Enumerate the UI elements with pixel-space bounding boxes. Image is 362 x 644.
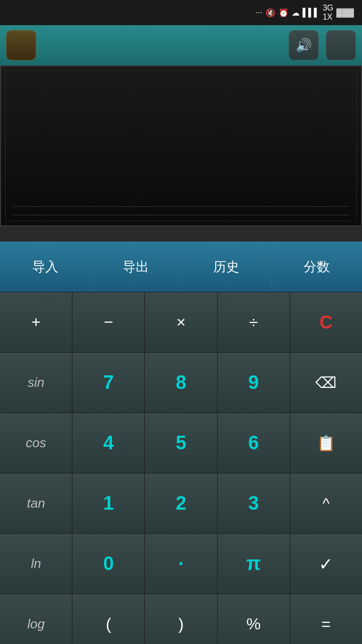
calc-row-4: ln0·π✓ xyxy=(0,533,362,594)
calc-row-2: cos456📋 xyxy=(0,413,362,473)
calc-btn-3-0[interactable]: tan xyxy=(0,473,72,533)
divider-bottom xyxy=(13,215,349,215)
battery-icon: ▓▓▓ xyxy=(336,8,354,17)
calc-btn-0-0[interactable]: + xyxy=(0,292,72,352)
calc-btn-4-1[interactable]: 0 xyxy=(72,534,145,594)
top-btn-fraction[interactable]: 分数 xyxy=(272,242,362,292)
top-btn-history[interactable]: 历史 xyxy=(182,242,272,292)
wifi-icon: ☁ xyxy=(292,8,300,18)
calc-btn-4-3[interactable]: π xyxy=(218,534,290,594)
calc-btn-1-3[interactable]: 9 xyxy=(218,353,290,413)
divider-top xyxy=(13,206,349,207)
calc-rows: +−×÷Csin789⌫cos456📋tan123^ln0·π✓log()%= xyxy=(0,292,362,644)
gap-area xyxy=(0,226,362,242)
network-type: 3G1X xyxy=(323,4,333,22)
calc-btn-3-4[interactable]: ^ xyxy=(290,473,362,533)
calc-btn-5-4[interactable]: = xyxy=(290,594,362,644)
calc-btn-4-0[interactable]: ln xyxy=(0,534,72,594)
calc-btn-4-2[interactable]: · xyxy=(145,534,217,594)
calc-btn-0-1[interactable]: − xyxy=(72,292,145,352)
calc-btn-3-3[interactable]: 3 xyxy=(218,473,290,533)
calc-btn-2-1[interactable]: 4 xyxy=(72,413,145,473)
calc-btn-2-0[interactable]: cos xyxy=(0,413,72,473)
calc-btn-2-4[interactable]: 📋 xyxy=(290,413,362,473)
calc-btn-5-3[interactable]: % xyxy=(218,594,290,644)
calc-btn-1-4[interactable]: ⌫ xyxy=(290,353,362,413)
calc-btn-0-3[interactable]: ÷ xyxy=(218,292,290,352)
calc-btn-5-0[interactable]: log xyxy=(0,594,72,644)
calc-row-1: sin789⌫ xyxy=(0,352,362,413)
calc-btn-5-1[interactable]: ( xyxy=(72,594,145,644)
calc-btn-1-1[interactable]: 7 xyxy=(72,353,145,413)
back-button[interactable] xyxy=(6,30,36,60)
calc-row-0: +−×÷C xyxy=(0,292,362,352)
calc-btn-0-4[interactable]: C xyxy=(290,292,362,352)
calc-row-3: tan123^ xyxy=(0,473,362,533)
status-bar: ··· 🔇 ⏰ ☁ ▌▌▌ 3G1X ▓▓▓ xyxy=(0,0,362,25)
keyboard-area: 导入导出历史分数 +−×÷Csin789⌫cos456📋tan123^ln0·π… xyxy=(0,242,362,644)
calc-btn-2-3[interactable]: 6 xyxy=(218,413,290,473)
calc-btn-5-2[interactable]: ) xyxy=(145,594,217,644)
signal-bars: ▌▌▌ xyxy=(303,8,320,17)
calc-btn-3-2[interactable]: 2 xyxy=(145,473,217,533)
calc-btn-3-1[interactable]: 1 xyxy=(72,473,145,533)
top-btn-export[interactable]: 导出 xyxy=(90,242,181,292)
calc-btn-4-4[interactable]: ✓ xyxy=(290,534,362,594)
calc-btn-0-2[interactable]: × xyxy=(145,292,217,352)
calc-row-5: log()%= xyxy=(0,594,362,644)
calc-btn-1-2[interactable]: 8 xyxy=(145,353,217,413)
mute-icon: 🔇 xyxy=(265,8,276,18)
add-button[interactable] xyxy=(326,30,356,60)
alarm-icon: ⏰ xyxy=(279,8,289,18)
top-function-row: 导入导出历史分数 xyxy=(0,242,362,292)
calc-btn-2-2[interactable]: 5 xyxy=(145,413,217,473)
sound-button[interactable]: 🔊 xyxy=(289,30,319,60)
status-icons: ··· 🔇 ⏰ ☁ ▌▌▌ 3G1X ▓▓▓ xyxy=(255,4,354,22)
top-btn-import[interactable]: 导入 xyxy=(0,242,90,292)
display-area xyxy=(0,65,362,226)
calc-btn-1-0[interactable]: sin xyxy=(0,353,72,413)
app-header: 🔊 xyxy=(0,25,362,65)
signal-dots: ··· xyxy=(255,8,262,17)
sound-icon: 🔊 xyxy=(296,38,312,53)
